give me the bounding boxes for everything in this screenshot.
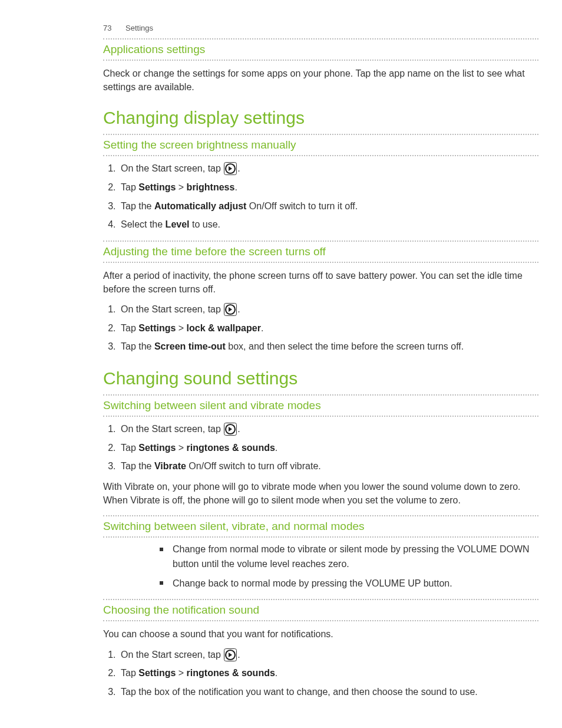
step-text: On the Start screen, tap [121, 304, 223, 314]
page-header: 73 Settings [103, 24, 538, 32]
step-text: Tap [121, 668, 138, 678]
ordered-list: On the Start screen, tap . Tap Settings … [118, 302, 538, 354]
ui-label: brightness [187, 182, 235, 192]
list-item: Change back to normal mode by pressing t… [160, 577, 538, 591]
list-item: Tap the Screen time-out box, and then se… [118, 339, 538, 354]
step-text: . [237, 304, 240, 314]
list-item: Change from normal mode to vibrate or si… [160, 542, 538, 572]
subsection-title: Adjusting the time before the screen tur… [103, 245, 538, 258]
step-text: > [176, 182, 186, 192]
divider [103, 60, 538, 61]
divider [103, 416, 538, 417]
ui-label: Settings [138, 182, 176, 192]
step-text: Tap [121, 323, 138, 333]
list-item: Select the Level to use. [118, 217, 538, 232]
ui-label: lock & wallpaper [187, 323, 261, 333]
unordered-list: Change from normal mode to vibrate or si… [160, 542, 538, 591]
paragraph: You can choose a sound that you want for… [103, 627, 538, 641]
divider [103, 241, 538, 242]
ui-label: Vibrate [154, 461, 186, 471]
ui-label: Settings [138, 323, 176, 333]
section-title: Changing display settings [103, 108, 538, 128]
divider [103, 536, 538, 538]
subsection-title: Applications settings [103, 43, 538, 56]
step-text: box, and then select the time before the… [226, 341, 464, 351]
step-text: On/Off switch to turn off vibrate. [186, 461, 321, 471]
paragraph: Check or change the settings for some ap… [103, 67, 538, 94]
divider [103, 599, 538, 600]
step-text: Tap the [121, 201, 154, 211]
step-text: . [237, 650, 240, 660]
step-text: . [275, 668, 277, 678]
step-text: to use. [190, 219, 220, 229]
list-item: Tap Settings > ringtones & sounds. [118, 440, 538, 456]
list-item: Tap Settings > lock & wallpaper. [118, 321, 538, 336]
step-text: > [176, 443, 186, 453]
list-item: Tap the box of the notification you want… [118, 684, 538, 700]
step-text: On the Start screen, tap [121, 163, 223, 173]
arrow-right-circle-icon [224, 648, 237, 661]
arrow-right-circle-icon [224, 162, 237, 175]
divider [103, 394, 538, 396]
step-text: . [237, 163, 240, 173]
subsection-title: Setting the screen brightness manually [103, 139, 538, 151]
divider [103, 515, 538, 516]
divider [103, 38, 538, 39]
step-text: On the Start screen, tap [121, 650, 223, 660]
list-item: Tap the Automatically adjust On/Off swit… [118, 199, 538, 214]
list-item: On the Start screen, tap . [118, 302, 538, 317]
step-text: > [176, 668, 186, 678]
ui-label: Settings [138, 668, 176, 678]
step-text: Select the [121, 219, 166, 229]
ordered-list: On the Start screen, tap . Tap Settings … [118, 647, 538, 700]
divider [103, 262, 538, 263]
list-item: On the Start screen, tap . [118, 647, 538, 663]
ui-label: Settings [138, 443, 176, 453]
subsection-title: Switching between silent, vibrate, and n… [103, 520, 538, 533]
divider [103, 134, 538, 135]
paragraph: With Vibrate on, your phone will go to v… [103, 480, 538, 507]
divider [103, 155, 538, 156]
step-text: . [275, 443, 277, 453]
step-text: On/Off switch to turn it off. [246, 201, 358, 211]
subsection-title: Choosing the notification sound [103, 604, 538, 617]
step-text: . [261, 323, 263, 333]
header-section: Settings [125, 24, 153, 32]
document-page: 73 Settings Applications settings Check … [0, 0, 562, 728]
step-text: Tap [121, 443, 138, 453]
list-item: Tap Settings > ringtones & sounds. [118, 666, 538, 681]
step-text: . [234, 182, 237, 192]
ordered-list: On the Start screen, tap . Tap Settings … [118, 421, 538, 474]
list-item: On the Start screen, tap . [118, 421, 538, 437]
ui-label: ringtones & sounds [187, 668, 275, 678]
list-item: Tap the Vibrate On/Off switch to turn of… [118, 459, 538, 474]
ui-label: Level [166, 219, 190, 229]
step-text: Tap the [121, 341, 154, 351]
step-text: . [237, 424, 240, 434]
paragraph: After a period of inactivity, the phone … [103, 269, 538, 296]
list-item: Tap Settings > brightness. [118, 180, 538, 195]
ui-label: ringtones & sounds [187, 443, 275, 453]
ui-label: Automatically adjust [154, 201, 246, 211]
page-number: 73 [103, 24, 111, 32]
ui-label: Screen time-out [154, 341, 226, 351]
step-text: Tap the [121, 461, 154, 471]
subsection-title: Switching between silent and vibrate mod… [103, 399, 538, 412]
arrow-right-circle-icon [224, 423, 237, 436]
step-text: On the Start screen, tap [121, 424, 223, 434]
list-item: On the Start screen, tap . [118, 161, 538, 176]
section-title: Changing sound settings [103, 368, 538, 388]
step-text: Tap [121, 182, 138, 192]
arrow-right-circle-icon [224, 303, 237, 316]
divider [103, 620, 538, 621]
ordered-list: On the Start screen, tap . Tap Settings … [118, 161, 538, 232]
step-text: > [176, 323, 186, 333]
